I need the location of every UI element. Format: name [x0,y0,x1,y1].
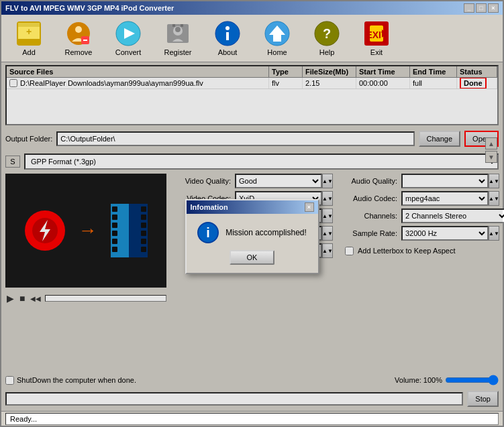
add-button[interactable]: + Add [5,17,52,59]
modal-title-bar: Infomation × [187,200,318,214]
add-icon: + [15,20,42,47]
window-title: FLV to AVI MPEG WMV 3GP MP4 iPod Convert… [5,4,174,12]
close-button[interactable]: × [488,3,499,13]
modal-message: Mission accomplished! [225,228,307,237]
modal-body: i Mission accomplished! OK [187,214,318,273]
modal-close-button[interactable]: × [305,202,314,212]
help-icon: ? [313,20,340,47]
register-button[interactable]: Register [154,17,201,59]
svg-point-14 [175,27,181,32]
exit-button[interactable]: EXIT Exit [353,17,400,59]
about-label: About [218,48,238,56]
add-label: Add [22,48,36,56]
convert-button[interactable]: Convert [105,17,152,59]
maximize-button[interactable]: □ [476,3,487,13]
home-label: Home [267,48,287,56]
title-bar: FLV to AVI MPEG WMV 3GP MP4 iPod Convert… [1,1,503,15]
remove-icon [65,20,92,47]
main-window: FLV to AVI MPEG WMV 3GP MP4 iPod Convert… [0,0,504,427]
status-text: Ready... [10,415,37,423]
svg-rect-16 [181,24,183,27]
exit-label: Exit [370,48,383,56]
home-button[interactable]: Home [254,17,301,59]
information-dialog: Infomation × i Mission accomplished! OK [185,199,319,274]
about-icon [214,20,241,47]
status-bar: Ready... [1,411,503,426]
title-bar-buttons: _ □ × [464,3,499,13]
modal-title-text: Infomation [191,203,228,211]
modal-overlay: Infomation × i Mission accomplished! OK [1,62,503,411]
about-button[interactable]: About [204,17,251,59]
remove-label: Remove [65,48,93,56]
register-label: Register [164,48,192,56]
toolbar: + Add Remove [1,15,503,62]
modal-message-row: i Mission accomplished! [197,222,307,243]
status-panel: Ready... [5,413,499,425]
exit-icon: EXIT [363,20,390,47]
help-button[interactable]: ? Help [303,17,350,59]
register-icon [164,20,191,47]
svg-rect-15 [172,24,175,27]
svg-rect-4 [22,42,36,44]
svg-point-18 [225,26,230,30]
help-label: Help [319,48,335,56]
home-icon [264,20,291,47]
remove-button[interactable]: Remove [55,17,102,59]
minimize-button[interactable]: _ [464,3,474,13]
info-icon: i [197,222,219,243]
svg-rect-9 [83,40,87,41]
svg-rect-19 [226,32,229,40]
convert-label: Convert [115,48,142,56]
modal-ok-button[interactable]: OK [230,250,275,265]
svg-point-7 [75,26,82,33]
svg-text:+: + [26,26,32,37]
svg-text:?: ? [323,26,331,41]
convert-icon [115,20,142,47]
